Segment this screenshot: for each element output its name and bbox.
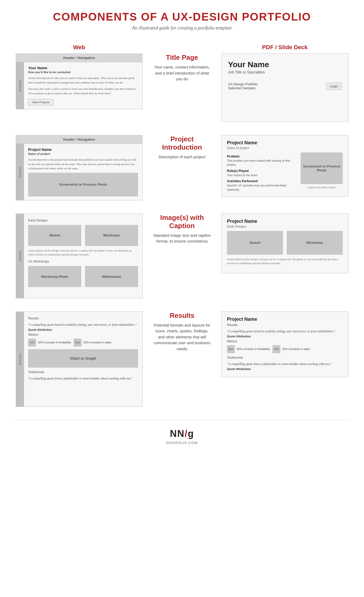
pdf-project-dates: Dates of project	[227, 146, 343, 150]
pdf-metric-icon-2: Icon	[272, 345, 280, 353]
images-web-box: Sidebar Early Designs Sketch Wireframe A…	[16, 214, 143, 298]
intro-sidebar-label: Sidebar	[18, 80, 22, 92]
images-web-col: Sidebar Early Designs Sketch Wireframe A…	[16, 214, 143, 298]
project-web-box: Header / Navigation Sidebar Project Name…	[16, 135, 143, 200]
g-text: g	[188, 428, 194, 439]
project-pdf-col: Project Name Dates of project Problem Th…	[221, 135, 348, 197]
view-projects-button[interactable]: View Projects	[28, 99, 53, 105]
results-metrics-label: Metrics	[28, 333, 138, 337]
images-web-sidebar: Sidebar	[16, 214, 24, 298]
pdf-images-project-name: Project Name	[227, 219, 343, 224]
images-pdf-box: Project Name Early Designs Sketch Wirefr…	[221, 214, 348, 274]
project-web-col: Header / Navigation Sidebar Project Name…	[16, 135, 143, 200]
metric-icon-1: Icon	[28, 339, 36, 347]
images-caption: A description of the design concept can …	[28, 249, 138, 257]
metric-icon-2: Icon	[74, 339, 82, 347]
slash-icon: /	[185, 428, 188, 439]
testimonial-quote: "A compelling quote from a stakeholder o…	[28, 376, 138, 381]
metric-item-1: Icon 10% increase in findability	[28, 339, 71, 347]
results-sidebar-label: Sidebar	[18, 353, 22, 365]
intro-user-name: Your Name	[28, 66, 138, 70]
images-middle-col: Image(s) with Caption Standard image siz…	[153, 214, 211, 244]
early-designs-label: Early Designs	[28, 219, 138, 222]
pdf-results-attr: Quote Attribution	[227, 335, 343, 338]
results-section-label: Results	[28, 317, 138, 320]
pdf-job-title: Job Title or Specialties	[228, 70, 342, 74]
pdf-activities-text: Specific UX activities that you performe…	[227, 184, 296, 192]
project-web-sidebar: Sidebar	[16, 144, 24, 200]
pdf-results-project-name: Project Name	[227, 317, 343, 322]
pdf-metric-item-1: Icon 10% increase in findability	[227, 345, 270, 353]
results-attr: Quote Attribution	[28, 328, 138, 331]
results-desc: Potential formats and layouts for icons,…	[153, 322, 211, 352]
images-pdf-col: Project Name Early Designs Sketch Wirefr…	[221, 214, 348, 274]
pdf-metric-text-1: 10% increase in findability	[236, 347, 270, 351]
metric-item-2: Icon 15% increase in sales	[74, 339, 111, 347]
wireframe-placeholder: Wireframe	[85, 225, 138, 246]
results-web-sidebar: Sidebar	[16, 312, 24, 407]
pdf-images-early-designs: Early Designs	[227, 225, 343, 228]
pdf-logo-box: Logo	[326, 82, 342, 90]
pdf-metric-text-2: 15% increase in sales	[282, 347, 310, 351]
images-label: Image(s) with Caption	[153, 214, 211, 230]
pdf-project-name: Project Name	[227, 140, 343, 146]
intro-web-header: Header / Navigation	[16, 54, 142, 62]
pdf-wireframe-placeholder: Wireframe	[287, 231, 343, 255]
results-quote: "A compelling quote heard in usability t…	[28, 322, 138, 327]
pdf-roles-label: Role(s) Played	[227, 169, 296, 173]
pdf-user-name: Your Name	[228, 60, 342, 69]
workshops-label: UX Workshops	[28, 260, 138, 263]
images-sidebar-label: Sidebar	[18, 250, 22, 262]
page-subtitle: An illustrated guide for creating a port…	[16, 25, 348, 31]
pdf-sketch-placeholder: Sketch	[227, 231, 283, 255]
nn-text: NN	[170, 428, 185, 439]
intro-text1: A brief description of who you are and i…	[28, 76, 138, 85]
workshop-photo-placeholder: Workshop Photo	[28, 266, 81, 287]
project-intro-label: Project Introduction	[153, 135, 211, 151]
results-label: Results	[170, 312, 194, 320]
results-pdf-col: Project Name Results "A compelling quote…	[221, 312, 348, 377]
title-page-desc: Your name, contact information, and a br…	[153, 64, 211, 82]
results-row: Sidebar Results "A compelling quote hear…	[16, 312, 348, 407]
results-web-box: Sidebar Results "A compelling quote hear…	[16, 312, 143, 407]
project-intro-desc: Description of each project	[159, 154, 205, 160]
intro-contact: How you'd like to be contacted	[28, 71, 138, 74]
metric-text-2: 15% increase in sales	[83, 341, 111, 344]
project-web-header: Header / Navigation	[16, 135, 142, 144]
project-photo-placeholder: Screenshot or Process Photo	[28, 173, 138, 196]
pdf-project-photo: Screenshot or Process Photo	[301, 152, 343, 184]
results-middle-col: Results Potential formats and layouts fo…	[153, 312, 211, 352]
pdf-testimonial-attr: Quote Attribution	[227, 367, 343, 371]
pdf-testimonial-label: Testimonial	[227, 356, 343, 359]
pdf-problem-label: Problem	[227, 155, 296, 158]
metric-text-1: 10% increase in findability	[38, 341, 71, 344]
project-dates: Dates of project	[28, 152, 138, 155]
pdf-activities-label: Activities Performed	[227, 179, 296, 183]
pdf-metric-item-2: Icon 15% increase in sales	[272, 345, 310, 353]
pdf-portfolio-title: UX Design Portfolio	[228, 82, 258, 86]
project-name: Project Name	[28, 147, 138, 152]
title-page-label: Title Page	[166, 53, 198, 62]
project-intro-text: An introduction to the project that incl…	[28, 157, 138, 171]
images-desc: Standard image size and caption format, …	[153, 233, 211, 244]
pdf-results-quote: "A compelling quote heard in usability t…	[227, 329, 343, 334]
pdf-section-label: PDF / Slide Deck	[262, 44, 308, 51]
intro-web-col: Header / Navigation Sidebar Your Name Ho…	[16, 53, 143, 109]
testimonial-label: Testimonial	[28, 370, 138, 374]
page-title: COMPONENTS OF A UX-DESIGN PORTFOLIO	[16, 11, 348, 23]
pdf-images-caption: A description of the design concept can …	[227, 257, 343, 265]
results-pdf-box: Project Name Results "A compelling quote…	[221, 312, 348, 377]
intro-pdf-box: Your Name Job Title or Specialties UX De…	[221, 53, 348, 122]
pdf-photo-caption: Caption for photo above.	[301, 186, 343, 189]
chart-placeholder: Chart or Graph	[28, 349, 138, 368]
intro-web-box: Header / Navigation Sidebar Your Name Ho…	[16, 53, 143, 109]
results-web-col: Sidebar Results "A compelling quote hear…	[16, 312, 143, 407]
whiteboard-placeholder: Whiteboard	[85, 266, 138, 287]
images-row: Sidebar Early Designs Sketch Wireframe A…	[16, 214, 348, 298]
intro-web-sidebar: Sidebar	[16, 62, 24, 109]
intro-pdf-col: Your Name Job Title or Specialties UX De…	[221, 53, 348, 122]
pdf-portfolio-sub: Selected Samples	[228, 86, 258, 90]
intro-middle-col: Title Page Your name, contact informatio…	[153, 53, 211, 82]
footer-logo: NN/g	[16, 428, 348, 439]
footer-url: NNGROUP.COM	[16, 441, 348, 445]
